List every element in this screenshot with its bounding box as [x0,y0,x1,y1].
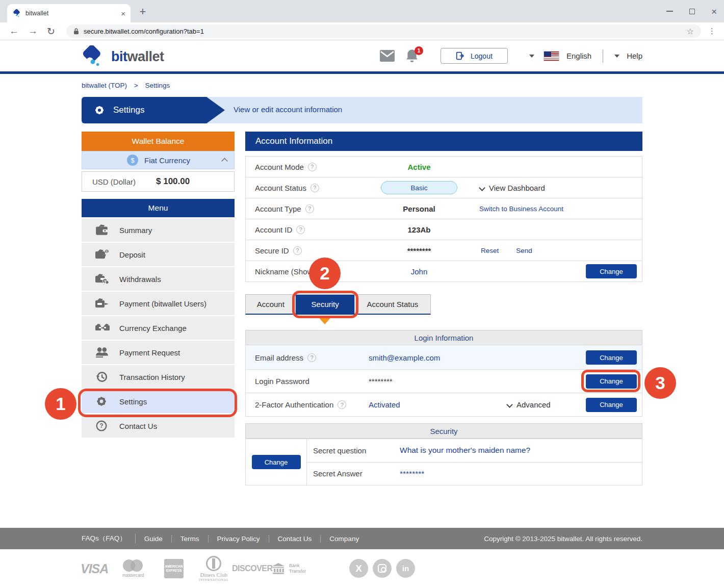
footer-link-faq[interactable]: FAQs（FAQ） [82,534,136,543]
account-id-value: 123Ab [368,225,470,234]
footer-link-contact[interactable]: Contact Us [269,535,321,543]
payment-request-icon [95,346,110,359]
account-mode-row: Account Mode Active [246,157,642,177]
us-flag-icon [544,51,559,61]
bank-icon [272,563,285,575]
status-badge[interactable]: Basic [381,181,457,194]
account-id-label: Account ID [255,225,292,234]
settings-tabs: Account Security Account Status [245,294,431,315]
tab-security[interactable]: Security [296,295,354,314]
address-bar[interactable]: secure.bitwallet.com/configuration?tab=1… [66,24,701,38]
forward-icon[interactable]: → [28,25,38,37]
sidebar: Wallet Balance $ Fiat Currency USD (Doll… [82,132,235,438]
help-icon[interactable] [311,184,319,192]
logo-text-bit: bit [111,49,127,64]
two-factor-label: 2-Factor Authentication [255,400,333,409]
advanced-toggle[interactable]: Advanced [507,400,551,409]
breadcrumb-home[interactable]: bitwallet (TOP) [82,82,127,89]
switch-to-business-link[interactable]: Switch to Business Account [479,205,563,213]
secret-answer-row: Secret Answer ******** [307,463,642,485]
tab-account[interactable]: Account [246,295,296,314]
fiat-currency-row[interactable]: $ Fiat Currency [82,151,235,169]
login-password-change-button[interactable]: Change [586,374,637,389]
chevron-up-icon[interactable] [221,158,228,164]
nickname-value: John [368,267,470,276]
bitwallet-logo[interactable]: bitwallet [81,45,164,68]
account-mode-value: Active [368,163,470,171]
annotation-step-3: 3 [644,367,676,399]
sidebar-item-summary[interactable]: Summary [82,218,235,242]
email-value: smith@example.com [369,353,440,362]
security-change-button[interactable]: Change [252,455,301,469]
help-icon[interactable] [338,400,346,409]
sidebar-item-deposit[interactable]: $ Deposit [82,243,235,266]
browser-window: bitwallet × + × ← → ↻ secure.bitwallet.c… [0,0,724,588]
help-link[interactable]: Help [627,52,642,60]
send-link[interactable]: Send [516,247,532,254]
secure-id-row: Secure ID ******** ResetSend [246,240,642,261]
reset-link[interactable]: Reset [481,247,499,254]
view-dashboard-toggle[interactable]: View Dashboard [479,184,545,192]
sidebar-item-label: Contact Us [119,422,157,430]
sidebar-item-payment-request[interactable]: Payment Request [82,341,235,364]
browser-tab[interactable]: bitwallet × [7,4,131,22]
back-icon[interactable]: ← [9,25,19,37]
bookmark-star-icon[interactable]: ☆ [687,27,694,36]
help-icon[interactable] [293,246,302,255]
new-tab-button[interactable]: + [136,5,150,19]
footer-link-company[interactable]: Company [321,535,368,543]
sidebar-item-withdrawals[interactable]: $ Withdrawals [82,267,235,291]
sidebar-item-contact-us[interactable]: ? Contact Us [82,414,235,438]
visa-logo: VISA [81,549,108,588]
instagram-icon[interactable] [373,559,392,578]
account-information-table: Account Mode Active Account Status Basic… [245,156,642,282]
tab-title: bitwallet [25,10,121,17]
window-close-icon[interactable]: × [711,7,717,16]
sidebar-item-payment[interactable]: Payment (bitwallet Users) [82,292,235,315]
breadcrumb-current: Settings [145,82,170,89]
sidebar-item-label: Payment Request [119,348,180,357]
linkedin-icon[interactable]: in [396,559,415,578]
nickname-row: Nickname (Shown) John Change [246,261,642,282]
mail-icon[interactable] [380,50,395,62]
notification-bell-icon[interactable]: 1 [405,48,420,64]
refresh-icon[interactable]: ↻ [47,25,55,37]
sidebar-item-transaction-history[interactable]: Transaction History [82,365,235,389]
email-row: Email address smith@example.com Change [246,346,642,369]
browser-tab-bar: bitwallet × + × [0,0,724,22]
bank-transfer-logo: BankTransfer [272,549,306,588]
footer-link-terms[interactable]: Terms [172,535,209,543]
footer-link-privacy[interactable]: Privacy Policy [209,535,269,543]
footer-link-guide[interactable]: Guide [136,535,172,543]
svg-text:$: $ [104,279,106,283]
tab-close-icon[interactable]: × [121,9,125,18]
currency-amount: $ 100.00 [156,176,190,187]
help-icon[interactable] [305,204,314,213]
language-dropdown-icon[interactable] [529,55,534,58]
security-section-header: Security [245,423,642,439]
logout-button[interactable]: Logout [441,48,508,64]
question-icon: ? [95,420,110,432]
settings-banner-title-block: Settings [82,97,206,123]
language-label[interactable]: English [566,52,591,60]
tab-account-status[interactable]: Account Status [355,295,430,314]
sidebar-item-label: Currency Exchange [119,324,187,333]
window-minimize-icon[interactable] [666,11,673,12]
two-factor-change-button[interactable]: Change [586,398,637,412]
deposit-icon: $ [95,248,110,261]
view-dashboard-label: View Dashboard [489,184,545,192]
sidebar-item-currency-exchange[interactable]: Currency Exchange [82,316,235,340]
x-icon[interactable]: X [349,559,368,578]
currency-name: USD (Dollar) [92,177,156,186]
nickname-change-button[interactable]: Change [586,264,637,278]
browser-url-bar: ← → ↻ secure.bitwallet.com/configuration… [0,22,724,40]
help-dropdown-icon[interactable] [614,55,619,58]
window-maximize-icon[interactable] [689,9,695,14]
email-change-button[interactable]: Change [586,350,637,365]
help-icon[interactable] [308,163,317,171]
help-icon[interactable] [307,353,316,362]
withdrawals-icon: $ [95,273,110,285]
browser-menu-icon[interactable]: ⋮ [708,27,716,36]
help-icon[interactable] [296,225,305,234]
sidebar-item-settings[interactable]: Settings [82,390,235,413]
